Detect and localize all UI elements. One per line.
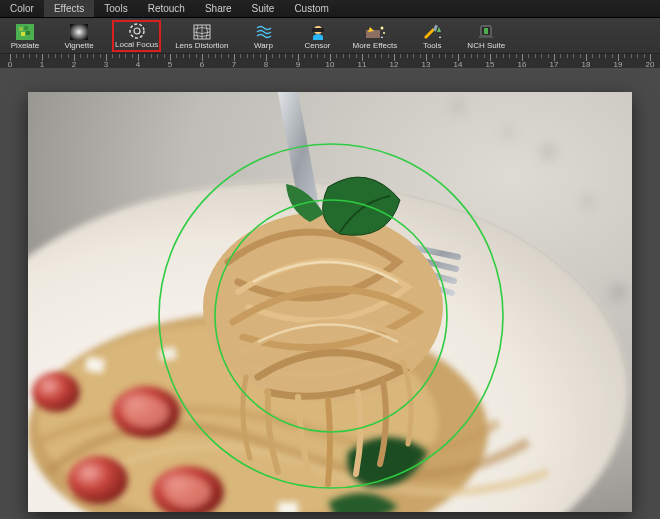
vignette-icon <box>68 23 90 41</box>
tools-icon <box>421 23 443 41</box>
svg-point-22 <box>584 198 592 206</box>
ruler-tick-minor <box>343 54 344 58</box>
ruler-tick-minor <box>125 54 126 58</box>
ruler-tick-minor <box>208 54 209 58</box>
censor-button[interactable]: Censor <box>297 22 339 52</box>
svg-point-21 <box>543 147 553 157</box>
menu-label: Effects <box>54 3 84 14</box>
tool-label: Vignette <box>64 42 93 51</box>
menu-item-retouch[interactable]: Retouch <box>138 0 195 17</box>
tool-label: Local Focus <box>115 41 158 50</box>
menu-label: Tools <box>104 3 127 14</box>
more-effects-button[interactable]: More Effects <box>351 22 400 52</box>
ruler-tick-minor <box>631 54 632 58</box>
ruler-tick-minor <box>176 54 177 58</box>
pixelate-icon <box>14 23 36 41</box>
photo-canvas[interactable] <box>28 92 632 512</box>
tool-label: NCH Suite <box>467 42 505 51</box>
ruler-tick-minor <box>189 54 190 58</box>
local-focus-button[interactable]: Local Focus <box>112 20 161 52</box>
ruler-tick-minor <box>388 54 389 58</box>
ruler-tick-minor <box>407 54 408 58</box>
ruler-tick-minor <box>164 54 165 58</box>
ruler-tick-minor <box>624 54 625 58</box>
ruler-tick-minor <box>432 54 433 58</box>
svg-point-13 <box>383 32 385 34</box>
ruler-tick-minor <box>349 54 350 58</box>
svg-rect-5 <box>70 24 88 40</box>
pixelate-button[interactable]: Pixelate <box>4 22 46 52</box>
ruler-tick-minor <box>496 54 497 58</box>
ruler-tick-minor <box>541 54 542 58</box>
ruler-tick-minor <box>23 54 24 58</box>
tool-label: Lens Distortion <box>175 42 228 51</box>
svg-rect-1 <box>19 27 23 31</box>
svg-point-35 <box>166 477 210 507</box>
menu-item-suite[interactable]: Suite <box>242 0 285 17</box>
ruler-tick-minor <box>516 54 517 58</box>
svg-rect-15 <box>433 25 438 32</box>
menu-label: Retouch <box>148 3 185 14</box>
nch-suite-icon <box>475 23 497 41</box>
ruler-tick-minor <box>580 54 581 58</box>
ruler-tick-minor <box>644 54 645 58</box>
ruler-tick-minor <box>368 54 369 58</box>
menu-label: Share <box>205 3 232 14</box>
menubar: Color Effects Tools Retouch Share Suite … <box>0 0 660 18</box>
ruler-tick-minor <box>61 54 62 58</box>
ruler-tick-minor <box>68 54 69 58</box>
ruler-tick-minor <box>484 54 485 58</box>
menu-item-share[interactable]: Share <box>195 0 242 17</box>
menu-item-tools[interactable]: Tools <box>94 0 137 17</box>
ruler-tick-minor <box>381 54 382 58</box>
lens-distortion-icon <box>191 23 213 41</box>
ruler-tick-minor <box>260 54 261 58</box>
ruler-tick-minor <box>36 54 37 58</box>
ruler-tick-minor <box>464 54 465 58</box>
canvas-area <box>0 68 660 519</box>
menu-item-custom[interactable]: Custom <box>284 0 338 17</box>
warp-button[interactable]: Warp <box>243 22 285 52</box>
ruler-tick-minor <box>29 54 30 58</box>
ruler-tick-minor <box>16 54 17 58</box>
ruler-tick-minor <box>228 54 229 58</box>
vignette-button[interactable]: Vignette <box>58 22 100 52</box>
ruler-tick-minor <box>80 54 81 58</box>
ruler-tick-minor <box>535 54 536 58</box>
ruler-tick-minor <box>605 54 606 58</box>
ruler-tick-minor <box>311 54 312 58</box>
ruler-tick-minor <box>132 54 133 58</box>
ruler-tick-minor <box>240 54 241 58</box>
ruler-tick-minor <box>452 54 453 58</box>
ruler-tick-minor <box>93 54 94 58</box>
ruler-tick-minor <box>55 54 56 58</box>
ruler-tick-minor <box>560 54 561 58</box>
tool-label: Tools <box>423 42 442 51</box>
lens-distortion-button[interactable]: Lens Distortion <box>173 22 230 52</box>
ruler-tick-minor <box>317 54 318 58</box>
ruler-tick-minor <box>637 54 638 58</box>
menu-item-color[interactable]: Color <box>0 0 44 17</box>
ruler-tick-minor <box>375 54 376 58</box>
ruler-tick-minor <box>272 54 273 58</box>
ruler-tick-minor <box>144 54 145 58</box>
ruler-tick-minor <box>87 54 88 58</box>
svg-rect-3 <box>21 32 25 36</box>
warp-icon <box>253 23 275 41</box>
ruler-tick-minor <box>612 54 613 58</box>
ruler-tick-minor <box>573 54 574 58</box>
ruler-tick-minor <box>324 54 325 58</box>
menu-label: Suite <box>252 3 275 14</box>
ruler-tick-minor <box>599 54 600 58</box>
nch-suite-button[interactable]: NCH Suite <box>465 22 507 52</box>
ruler-tick-minor <box>304 54 305 58</box>
menu-item-effects[interactable]: Effects <box>44 0 94 17</box>
local-focus-icon <box>126 22 148 40</box>
ruler-tick-minor <box>528 54 529 58</box>
svg-point-23 <box>505 129 511 135</box>
ruler-tick-minor <box>477 54 478 58</box>
ruler-tick-minor <box>336 54 337 58</box>
ruler-tick-minor <box>509 54 510 58</box>
tools-button[interactable]: Tools <box>411 22 453 52</box>
ruler-tick-minor <box>445 54 446 58</box>
